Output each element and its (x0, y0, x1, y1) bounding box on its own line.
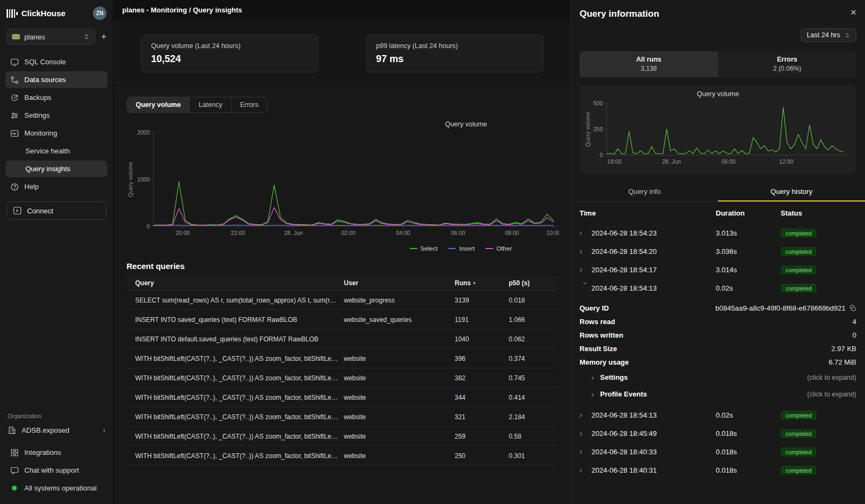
expandable-hint: (click to expand) (807, 374, 856, 381)
table-row[interactable]: WITH bitShiftLeft(CAST(?..), _CAST(?..))… (127, 388, 557, 407)
cell-p50: 1.066 (509, 316, 557, 324)
sidebar-item-service-health[interactable]: Service health (5, 143, 108, 159)
table-row[interactable]: WITH bitShiftLeft(CAST(?..), _CAST(?..))… (127, 446, 557, 466)
breadcrumb: planes - Monitoring / Query insights (114, 0, 570, 19)
expandable-row[interactable]: Settings (click to expand) (580, 369, 856, 386)
sidebar-item-integrations[interactable]: Integrations (5, 444, 108, 461)
legend-item-select[interactable]: Select (410, 245, 438, 252)
summary-tab-errors[interactable]: Errors 2 (0.06%) (718, 51, 856, 77)
sidebar-item-help[interactable]: Help (5, 178, 108, 195)
chevron-right-icon (580, 466, 591, 474)
svg-text:04:00: 04:00 (396, 230, 410, 236)
table-row[interactable]: INSERT INTO default.saved_queries (text)… (127, 330, 557, 349)
legend-item-other[interactable]: Other (485, 245, 512, 252)
cell-status: completed (781, 466, 856, 474)
close-icon[interactable]: × (850, 6, 856, 18)
status-badge: completed (781, 429, 816, 438)
detail-row-query-id: Query ID b0845aa9-a8c9-49f0-8f68-e678669… (580, 301, 856, 315)
history-row[interactable]: 2024-06-28 18:45:49 0.018s completed (580, 424, 856, 442)
sidebar-spacer (0, 220, 113, 408)
status-badge: completed (781, 265, 816, 274)
cell-runs: 250 (455, 452, 509, 460)
sidebar-item-label: Settings (24, 111, 50, 119)
svg-text:02:00: 02:00 (341, 230, 355, 236)
svg-text:22:00: 22:00 (231, 230, 245, 236)
connect-icon (13, 206, 22, 215)
sidebar-item-label: Backups (24, 93, 51, 102)
history-row[interactable]: 2024-06-28 18:40:31 0.018s completed (580, 461, 856, 479)
tab-query-info[interactable]: Query info (571, 183, 718, 201)
tab-query-history[interactable]: Query history (718, 183, 865, 201)
chart-legend: Select Insert Other (127, 245, 557, 252)
recent-queries-table: Query User Runs ▾ p50 (s) SELECT sum(rea… (127, 276, 557, 466)
history-row[interactable]: 2024-06-28 18:54:17 3.014s completed (580, 260, 856, 279)
table-row[interactable]: WITH bitShiftLeft(CAST(?..), _CAST(?..))… (127, 407, 557, 427)
detail-value: 4 (853, 318, 856, 326)
table-row[interactable]: WITH bitShiftLeft(CAST(?..), _CAST(?..))… (127, 368, 557, 388)
svg-text:06:00: 06:00 (451, 230, 465, 236)
sidebar-item-sql-console[interactable]: SQL Console (5, 53, 108, 70)
table-row[interactable]: INSERT INTO saved_queries (text) FORMAT … (127, 310, 557, 330)
copy-icon[interactable] (849, 305, 856, 312)
cell-query: INSERT INTO default.saved_queries (text)… (127, 335, 344, 343)
query-information-panel: Query information × Last 24 hrs All runs… (570, 0, 865, 504)
table-header-row: Query User Runs ▾ p50 (s) (127, 276, 557, 291)
add-service-button[interactable]: + (101, 31, 107, 42)
history-row[interactable]: 2024-06-28 18:40:33 0.018s completed (580, 442, 856, 461)
col-header-user[interactable]: User (344, 279, 455, 287)
table-row[interactable]: WITH bitShiftLeft(CAST(?..), _CAST(?..))… (127, 349, 557, 368)
cell-status: completed (781, 448, 856, 456)
sidebar-item-chat-support[interactable]: Chat with support (5, 462, 108, 479)
all-runs-label: All runs (580, 56, 718, 63)
cell-time: 2024-06-28 18:45:49 (591, 429, 716, 438)
cell-query: INSERT INTO saved_queries (text) FORMAT … (127, 316, 344, 324)
detail-metrics: Rows read 4 Rows written 0 Result Size 2… (580, 315, 856, 369)
console-icon (10, 58, 19, 66)
col-header-query[interactable]: Query (127, 279, 344, 287)
cell-status: completed (781, 429, 856, 438)
tab-query-volume[interactable]: Query volume (127, 97, 190, 112)
footer-item-label: Integrations (24, 448, 61, 456)
svg-text:0: 0 (600, 152, 603, 158)
connect-button[interactable]: Connect (6, 201, 107, 220)
cell-status: completed (781, 229, 856, 237)
table-row[interactable]: SELECT sum(read_rows) AS r, sum(total_ro… (127, 291, 557, 310)
chevron-right-icon (591, 374, 600, 381)
table-row[interactable]: WITH bitShiftLeft(CAST(?..), _CAST(?..))… (127, 427, 557, 446)
sidebar-item-monitoring[interactable]: Monitoring (5, 125, 108, 142)
sidebar-item-label: SQL Console (24, 58, 66, 66)
user-avatar[interactable]: ZN (93, 6, 107, 20)
col-header-runs[interactable]: Runs ▾ (455, 279, 509, 287)
history-row[interactable]: 2024-06-28 18:54:13 0.02s completed (580, 406, 856, 424)
history-row[interactable]: 2024-06-28 18:54:23 3.013s completed (580, 224, 856, 242)
sidebar-item-query-insights[interactable]: Query insights (5, 160, 108, 177)
cell-p50: 0.018 (509, 297, 557, 304)
panel-title: Query information (571, 0, 865, 19)
col-header-p50[interactable]: p50 (s) (509, 279, 557, 287)
sidebar-item-data-sources[interactable]: Data sources (5, 71, 108, 88)
tab-errors[interactable]: Errors (231, 97, 267, 112)
cell-user: website (344, 433, 455, 440)
help-icon (10, 183, 19, 191)
history-row-expanded[interactable]: 2024-06-28 18:54:13 0.02s completed (580, 279, 856, 297)
organization-item[interactable]: ADSB.exposed (0, 421, 113, 439)
mini-chart-card: Query volume 025050018:0028. Jun06:0012:… (580, 85, 856, 174)
cell-runs: 321 (455, 413, 509, 421)
summary-tab-all-runs[interactable]: All runs 3,138 (580, 51, 718, 77)
legend-item-insert[interactable]: Insert (448, 245, 475, 252)
expandable-row[interactable]: Profile Events (click to expand) (580, 386, 856, 402)
cell-p50: 0.745 (509, 374, 557, 382)
service-selector[interactable]: planes (6, 29, 95, 45)
cell-runs: 344 (455, 394, 509, 401)
cell-duration: 0.018s (716, 448, 781, 456)
time-range-select[interactable]: Last 24 hrs (801, 28, 856, 42)
tab-latency[interactable]: Latency (190, 97, 231, 112)
history-row[interactable]: 2024-06-28 18:54:20 3.036s completed (580, 242, 856, 260)
status-indicator[interactable]: All systems operational (5, 480, 108, 496)
col-header-time: Time (580, 209, 716, 217)
sidebar-item-backups[interactable]: Backups (5, 89, 108, 106)
sidebar-item-settings[interactable]: Settings (5, 107, 108, 124)
cell-runs: 1191 (455, 316, 509, 324)
cell-user: website_progress (344, 297, 455, 304)
all-runs-value: 3,138 (580, 65, 718, 72)
